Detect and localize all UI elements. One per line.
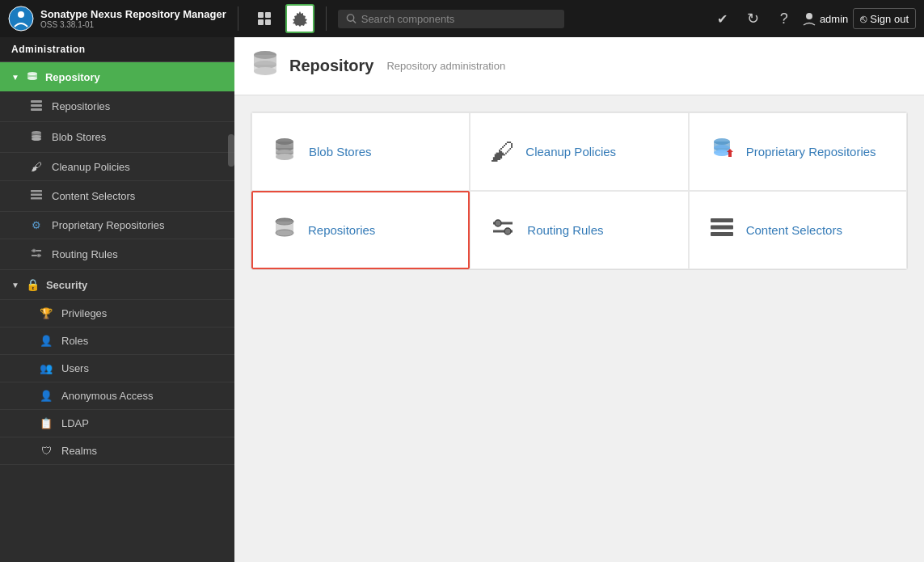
nav-separator	[238, 6, 238, 31]
cleanup-policies-card-label[interactable]: Cleanup Policies	[525, 145, 616, 158]
sidebar-item-proprietary-repos[interactable]: ⚙ Proprietary Repositories	[0, 212, 234, 239]
proprietary-repos-label: Proprietary Repositories	[52, 219, 164, 231]
ldap-icon: 📋	[39, 417, 53, 429]
sidebar-item-repositories[interactable]: Repositories	[0, 91, 234, 122]
proprietary-repos-card-icon	[709, 136, 735, 167]
browse-icon	[255, 10, 273, 27]
sidebar-item-cleanup-policies[interactable]: 🖌 Cleanup Policies	[0, 153, 234, 181]
card-content-selectors[interactable]: Content Selectors	[689, 191, 907, 269]
sidebar-item-routing-rules[interactable]: Routing Rules	[0, 239, 234, 270]
sidebar-item-anonymous-access[interactable]: 👤 Anonymous Access	[0, 382, 234, 410]
sidebar-section-repo-header[interactable]: ▼ Repository	[0, 62, 234, 91]
card-grid: Blob Stores 🖌 Cleanup Policies	[251, 112, 908, 270]
content-body: Blob Stores 🖌 Cleanup Policies	[234, 95, 924, 286]
sidebar-item-content-selectors[interactable]: Content Selectors	[0, 181, 234, 212]
svg-rect-14	[31, 104, 42, 107]
app-name: Sonatype Nexus Repository Manager	[40, 8, 226, 20]
gear-icon	[292, 11, 308, 27]
content-title: Repository	[289, 57, 373, 75]
ldap-label: LDAP	[61, 417, 89, 429]
repo-section-icon	[26, 70, 39, 83]
signout-button[interactable]: ⎋ Sign out	[853, 8, 916, 29]
svg-point-47	[276, 230, 293, 236]
cleanup-policies-icon: 🖌	[29, 160, 44, 173]
blob-stores-card-label[interactable]: Blob Stores	[309, 145, 372, 158]
browse-button[interactable]	[250, 4, 279, 33]
svg-point-20	[32, 137, 41, 141]
search-bar[interactable]	[338, 10, 564, 28]
routing-rules-card-label[interactable]: Routing Rules	[527, 223, 603, 237]
help-button[interactable]: ?	[771, 6, 797, 32]
svg-rect-23	[31, 197, 42, 200]
status-icon: ✔	[710, 6, 736, 32]
nav-separator-2	[326, 6, 327, 31]
svg-point-32	[254, 67, 276, 75]
roles-icon: 👤	[39, 335, 53, 347]
svg-point-26	[32, 249, 36, 252]
svg-point-1	[18, 11, 24, 18]
topnav: Sonatype Nexus Repository Manager OSS 3.…	[0, 0, 924, 37]
sidebar-section-security-header[interactable]: ▼ 🔒 Security	[0, 270, 234, 300]
content-subtitle: Repository administration	[386, 60, 505, 72]
card-routing-rules[interactable]: Routing Rules	[470, 191, 688, 269]
blob-stores-card-icon	[272, 136, 297, 167]
svg-point-39	[276, 154, 293, 160]
svg-point-27	[37, 254, 40, 257]
user-menu[interactable]: admin	[802, 11, 848, 26]
svg-line-8	[353, 20, 356, 23]
svg-point-12	[27, 77, 37, 80]
search-input[interactable]	[361, 13, 556, 25]
card-blob-stores[interactable]: Blob Stores	[251, 112, 470, 191]
privileges-label: Privileges	[61, 307, 107, 319]
svg-rect-21	[31, 190, 42, 192]
svg-point-51	[504, 228, 511, 235]
sidebar-item-blob-stores[interactable]: Blob Stores	[0, 122, 234, 153]
sidebar-admin-header: Administration	[0, 37, 234, 62]
repo-section-label: Repository	[45, 71, 100, 83]
roles-label: Roles	[61, 335, 88, 347]
svg-rect-4	[258, 19, 264, 25]
proprietary-repos-card-label[interactable]: Proprietary Repositories	[746, 145, 876, 158]
cleanup-policies-label: Cleanup Policies	[52, 161, 130, 173]
repo-section-arrow: ▼	[11, 73, 19, 82]
blob-stores-icon	[29, 129, 44, 145]
proprietary-repos-icon: ⚙	[29, 219, 44, 231]
svg-rect-5	[265, 19, 271, 25]
sidebar-item-users[interactable]: 👥 Users	[0, 355, 234, 382]
repositories-card-label[interactable]: Repositories	[308, 223, 375, 237]
svg-rect-2	[258, 12, 264, 18]
routing-rules-icon	[29, 247, 44, 262]
card-repositories[interactable]: Repositories	[251, 191, 470, 269]
card-proprietary-repos[interactable]: Proprietary Repositories	[689, 112, 907, 191]
settings-button[interactable]	[285, 4, 314, 33]
anonymous-access-label: Anonymous Access	[61, 390, 153, 402]
app-logo: Sonatype Nexus Repository Manager OSS 3.…	[8, 6, 226, 32]
sidebar-item-realms[interactable]: 🛡 Realms	[0, 437, 234, 465]
cleanup-policies-card-icon: 🖌	[490, 138, 514, 166]
svg-rect-15	[31, 108, 42, 111]
security-section-icon: 🔒	[26, 278, 40, 291]
blob-stores-label: Blob Stores	[52, 131, 106, 143]
sidebar-item-roles[interactable]: 👤 Roles	[0, 327, 234, 355]
svg-rect-3	[265, 12, 271, 18]
card-cleanup-policies[interactable]: 🖌 Cleanup Policies	[470, 112, 688, 191]
routing-rules-label: Routing Rules	[52, 248, 118, 260]
sidebar-item-privileges[interactable]: 🏆 Privileges	[0, 300, 234, 327]
repositories-card-icon	[272, 215, 297, 245]
content-selectors-card-label[interactable]: Content Selectors	[746, 223, 842, 237]
svg-point-9	[806, 13, 812, 19]
refresh-button[interactable]: ↻	[740, 6, 766, 32]
content-selectors-card-icon	[709, 214, 735, 246]
svg-rect-54	[711, 232, 733, 236]
content-header: Repository Repository administration	[234, 37, 924, 95]
scrollbar-thumb[interactable]	[228, 134, 234, 167]
app-title: Sonatype Nexus Repository Manager OSS 3.…	[40, 8, 226, 29]
svg-point-0	[9, 6, 33, 31]
svg-rect-52	[711, 218, 733, 222]
sonatype-logo-icon	[8, 6, 34, 32]
content-area: Repository Repository administration	[234, 37, 924, 562]
svg-rect-22	[31, 194, 42, 196]
routing-rules-card-icon	[490, 214, 516, 246]
app-version: OSS 3.38.1-01	[40, 20, 226, 29]
sidebar-item-ldap[interactable]: 📋 LDAP	[0, 410, 234, 437]
